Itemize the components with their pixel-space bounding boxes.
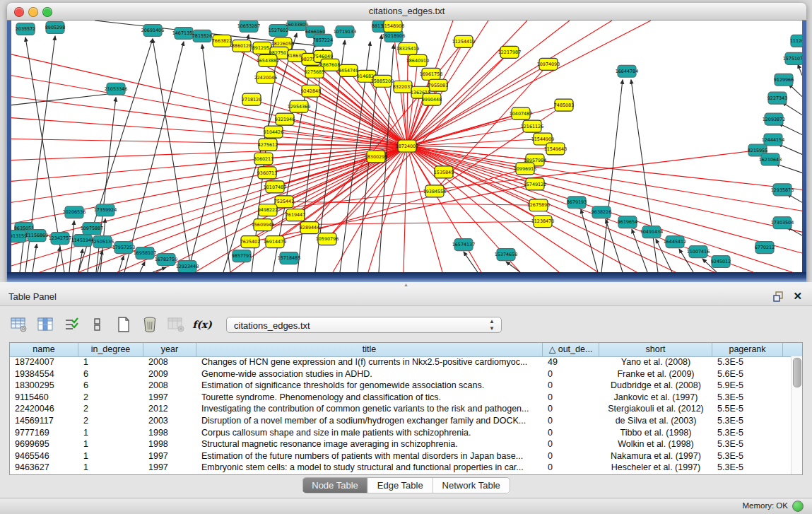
graph-node[interactable]: 2035572 [16, 23, 35, 35]
float-panel-icon[interactable] [773, 291, 784, 302]
graph-node[interactable]: 9104426 [264, 126, 283, 138]
graph-node[interactable]: 11156869 [25, 230, 48, 242]
table-row[interactable]: 946362711997Embryonic stem cells: a mode… [10, 462, 792, 474]
delete-column-icon[interactable] [141, 315, 159, 334]
memory-status-indicator[interactable] [792, 501, 804, 512]
table-row[interactable]: 1872400712008Changes of HCN gene express… [10, 356, 792, 368]
graph-node[interactable]: 16958107 [134, 247, 156, 259]
table-row[interactable]: 969969511998Structural magnetic resonanc… [10, 438, 792, 450]
graph-node[interactable]: 9129966 [774, 74, 794, 86]
tab-network-table[interactable]: Network Table [433, 478, 510, 493]
graph-node[interactable]: 9857791 [232, 250, 252, 262]
table-row[interactable]: 2242004622012Investigating the contribut… [10, 403, 792, 415]
graph-node[interactable]: 17359924 [94, 204, 117, 216]
graph-node[interactable]: 15609948 [252, 219, 274, 231]
graph-node[interactable]: 16782759 [155, 254, 177, 266]
table-row[interactable]: 911546021997Tourette syndrome. Phenomeno… [10, 392, 792, 404]
graph-node[interactable]: 3060211 [254, 153, 273, 165]
graph-node[interactable]: 19384554 [423, 185, 446, 197]
graph-node[interactable]: 11549643 [544, 143, 567, 155]
table-row[interactable]: 1830029562008Estimation of significance … [10, 380, 792, 392]
graph-node[interactable]: 10719133 [334, 25, 356, 37]
graph-node[interactable]: 8860128 [232, 40, 252, 52]
graph-node[interactable]: 10975887 [81, 223, 103, 235]
graph-node[interactable]: 16574137 [452, 239, 475, 251]
graph-node[interactable]: 9275685 [305, 66, 324, 78]
graph-node[interactable]: 8289444 [300, 222, 319, 234]
graph-node[interactable]: 16644784 [616, 65, 638, 77]
graph-node[interactable]: 12342757 [49, 233, 71, 245]
function-builder-icon[interactable]: f(x) [193, 315, 211, 334]
window-titlebar[interactable]: citations_edges.txt [7, 3, 806, 21]
column-header-out_de[interactable]: △ out_de... [543, 343, 599, 356]
close-panel-icon[interactable]: ✕ [793, 290, 802, 303]
graph-node[interactable]: 11007416 [687, 246, 710, 258]
graph-node[interactable]: 16445412 [664, 236, 686, 248]
table-dropdown[interactable]: citations_edges.txt ▲▼ [226, 317, 502, 333]
graph-node[interactable]: 12161126 [521, 120, 543, 132]
graph-node[interactable]: 20206536 [63, 206, 86, 218]
graph-node[interactable]: 8454749 [339, 64, 358, 76]
graph-node[interactable]: 11238470 [531, 216, 554, 228]
graph-node[interactable]: 2718120 [242, 93, 261, 105]
column-header-short[interactable]: short [599, 343, 712, 356]
graph-node[interactable]: 12505135 [91, 236, 114, 248]
column-header-in_degree[interactable]: in_degree [78, 343, 143, 356]
graph-node[interactable]: 17957253 [112, 242, 135, 254]
show-columns-icon[interactable] [36, 315, 54, 334]
graph-node[interactable]: 9227343 [767, 92, 787, 104]
graph-node[interactable]: 10407487 [510, 107, 532, 119]
graph-node[interactable]: 12093872 [763, 113, 785, 125]
graph-node[interactable]: 1112054 [790, 35, 802, 47]
graph-node[interactable]: 12217987 [498, 46, 521, 58]
graph-node[interactable]: 7815526 [192, 30, 212, 42]
tab-edge-table[interactable]: Edge Table [367, 478, 433, 493]
graph-node[interactable]: 7663822 [212, 35, 232, 47]
graph-node[interactable]: 11254419 [452, 35, 475, 47]
graph-node[interactable]: 10996915 [514, 163, 536, 175]
graph-node[interactable]: 21053346 [105, 83, 127, 95]
table-row[interactable]: 1938455462009Genome-wide association stu… [10, 368, 792, 380]
graph-node[interactable]: 8905298 [45, 21, 65, 33]
graph-node[interactable]: 10590796 [316, 233, 339, 245]
graph-node[interactable]: 9619654 [618, 216, 637, 228]
graph-node[interactable]: 10653287 [237, 21, 260, 32]
graph-node[interactable]: 4275612 [258, 139, 278, 151]
column-header-name[interactable]: name [10, 343, 78, 356]
create-column-icon[interactable] [114, 315, 133, 334]
graph-node[interactable]: 18724007 [396, 140, 418, 152]
scrollbar-thumb[interactable] [793, 358, 801, 387]
graph-node[interactable]: 9321946 [275, 113, 295, 125]
vertical-scrollbar[interactable] [791, 356, 802, 474]
graph-node[interactable]: 15749122 [524, 178, 546, 190]
graph-node[interactable]: 8679193 [567, 197, 587, 209]
graph-node[interactable]: 15751074 [783, 52, 802, 64]
graph-node[interactable]: 22420046 [254, 71, 277, 83]
graph-node[interactable]: 18300295 [365, 151, 387, 163]
table-row[interactable]: 946554611997Estimation of the future num… [10, 450, 792, 462]
graph-node[interactable]: 6770212 [755, 242, 775, 254]
graph-node[interactable]: 17303504 [771, 217, 794, 229]
graph-node[interactable]: 10107487 [264, 181, 286, 193]
graph-node[interactable]: 16543882 [257, 54, 279, 66]
graph-node[interactable]: 7619447 [286, 209, 305, 221]
graph-node[interactable]: 9638226 [592, 206, 611, 218]
graph-node[interactable]: 7857224 [313, 34, 333, 46]
graph-node[interactable]: 1535845 [434, 166, 454, 178]
graph-node[interactable]: 15885209 [371, 75, 394, 87]
graph-node[interactable]: 15718485 [278, 252, 300, 264]
network-canvas[interactable]: 2035572890529820691406146713557815526106… [11, 21, 802, 272]
graph-node[interactable]: 11548908 [382, 21, 404, 32]
graph-node[interactable]: 7485083 [554, 99, 574, 111]
graph-node[interactable]: 9360713 [257, 167, 277, 179]
graph-node[interactable]: 12444154 [762, 134, 784, 146]
graph-node[interactable]: 18640910 [406, 54, 429, 66]
table-row[interactable]: 977716911998Corpus callosum shape and si… [10, 427, 792, 439]
graph-node[interactable]: 16210643 [759, 153, 782, 165]
table-row[interactable]: 1456911722003Disruption of a novel membe… [10, 415, 792, 427]
column-header-title[interactable]: title [196, 343, 543, 356]
select-all-icon[interactable] [62, 315, 81, 334]
graph-node[interactable]: 9245012 [711, 256, 731, 268]
tab-node-table[interactable]: Node Table [302, 478, 367, 493]
graph-node[interactable]: 18325419 [396, 42, 419, 54]
